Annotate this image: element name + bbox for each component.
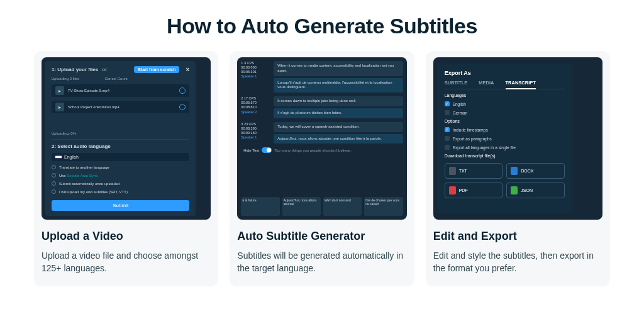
progress-ring-icon — [179, 104, 186, 110]
file-row: ▸ TV Show Episode 5.mp4 — [52, 84, 189, 97]
segment-en[interactable]: Today, we will cover a speech-assisted c… — [274, 122, 402, 132]
cancel-link[interactable]: Cancel Count — [104, 77, 127, 81]
hide-text-toggle[interactable] — [262, 147, 272, 153]
card-generator: 1 3 CPS 00:00:000 00:05:301 Speaker 1 Wh… — [230, 51, 414, 286]
language-value: English — [64, 155, 79, 159]
card-title: Edit and Export — [433, 230, 602, 243]
speaker-label: Speaker 1 — [241, 135, 257, 139]
card-desc: Subtitles will be generated automaticall… — [237, 249, 406, 275]
page-title: How to Auto Generate Subtitles — [0, 0, 644, 51]
upload-step1-label: 1: Upload your files — [52, 67, 98, 72]
export-title: Export As — [445, 70, 565, 76]
seg-index: 2 — [241, 96, 243, 100]
seg-index: 1 — [241, 61, 243, 65]
seg-index: 3 — [241, 122, 243, 126]
flag-icon — [55, 155, 62, 159]
video-thumb-icon: ▸ — [55, 86, 64, 95]
options-label: Options — [445, 119, 565, 123]
timeline[interactable]: à la future. Aujourd'hui, nous allons ab… — [241, 197, 402, 216]
start-scratch-button[interactable]: Start from scratch — [134, 66, 179, 73]
timeline-clip[interactable]: à la future. — [241, 197, 279, 216]
txt-file-icon — [449, 167, 456, 175]
card-desc: Edit and style the subtitles, then expor… — [433, 249, 602, 275]
opt-paragraphs[interactable]: Export as paragraphs — [445, 136, 565, 141]
opt-all-langs[interactable]: Export all languages in a single file — [445, 145, 565, 150]
upload-step2-label: 2: Select audio language — [52, 144, 189, 149]
segment-en[interactable]: When it comes to media content, accessib… — [274, 61, 402, 76]
file-name: School Project.orientation.mp4 — [68, 105, 119, 109]
tab-media[interactable]: MEDIA — [479, 80, 494, 89]
export-mock: Export As SUBTITLE MEDIA TRANSCRIPT Lang… — [433, 57, 602, 220]
card-desc: Upload a video file and choose amongst 1… — [42, 249, 211, 275]
timeline-clip[interactable]: We'll do it now and — [323, 197, 362, 216]
card-export: Export As SUBTITLE MEDIA TRANSCRIPT Lang… — [426, 51, 610, 286]
download-json-button[interactable]: JSON — [506, 183, 565, 198]
download-pdf-button[interactable]: PDF — [445, 183, 503, 198]
segment-en[interactable]: It comes down to multiple jobs being don… — [274, 96, 402, 106]
download-docx-button[interactable]: DOCX — [506, 163, 565, 179]
card-title: Auto Subtitle Generator — [237, 230, 406, 243]
docx-file-icon — [511, 167, 518, 175]
json-file-icon — [511, 186, 518, 194]
download-txt-button[interactable]: TXT — [445, 163, 503, 179]
or-label: or — [102, 67, 107, 72]
uploading-count: Uploading 2 files — [52, 77, 79, 81]
language-select[interactable]: English — [52, 153, 189, 161]
toggle-label: Hide Text — [243, 149, 259, 152]
upload-mock: 1: Upload your files or Start from scrat… — [42, 57, 211, 220]
toggle-hint: Too many things you people shouldn't bel… — [274, 149, 352, 152]
speaker-label: Speaker 2 — [241, 110, 257, 114]
video-thumb-icon: ▸ — [55, 103, 64, 111]
card-upload: 1: Upload your files or Start from scrat… — [34, 51, 218, 286]
file-row: ▸ School Project.orientation.mp4 — [52, 101, 189, 113]
option-translate[interactable]: Translate to another language — [52, 165, 189, 169]
submit-button[interactable]: Submit — [52, 200, 189, 211]
option-autosync[interactable]: Use Subtitle Auto-Sync — [52, 173, 189, 177]
timeline-clip[interactable]: fois de choses que vous ne saviez — [364, 197, 402, 216]
upload-progress: Uploading: 0% — [52, 132, 189, 135]
option-own-subs[interactable]: I will upload my own subtitles (SRT, VTT… — [52, 189, 189, 194]
opt-timestamps[interactable]: Include timestamps — [445, 127, 565, 132]
seg-time: 23 CPS 00:08:290 00:09:160 — [241, 122, 256, 135]
segment-fr[interactable]: Lorsqu'il s'agit de contenu multimédia, … — [274, 78, 402, 93]
speaker-label: Speaker 1 — [241, 74, 257, 78]
lang-english[interactable]: English — [445, 101, 565, 106]
pdf-file-icon — [449, 186, 456, 194]
seg-time: 3 CPS 00:00:000 00:05:301 — [241, 61, 256, 74]
seg-time: 17 CPS 00:05:570 00:08:810 — [241, 96, 256, 109]
lang-german[interactable]: German — [445, 110, 565, 115]
segment-fr[interactable]: Aujourd'hui, nous allons aborder une con… — [274, 134, 402, 144]
option-autosubmit[interactable]: Submit automatically once uploaded — [52, 181, 189, 186]
timeline-clip[interactable]: Aujourd'hui, nous allons aborder — [282, 197, 321, 216]
segment-fr[interactable]: Il s'agit de plusieurs tâches bien faite… — [274, 108, 402, 118]
card-title: Upload a Video — [42, 230, 211, 243]
tab-transcript[interactable]: TRANSCRIPT — [506, 80, 536, 89]
close-icon[interactable]: × — [186, 66, 189, 73]
languages-label: Languages — [445, 93, 565, 98]
download-label: Download transcript file(s) — [445, 154, 565, 158]
tab-subtitle[interactable]: SUBTITLE — [445, 80, 468, 89]
file-name: TV Show Episode 5.mp4 — [68, 89, 109, 93]
progress-ring-icon — [179, 87, 186, 94]
cards-row: 1: Upload your files or Start from scrat… — [0, 51, 644, 286]
transcript-mock: 1 3 CPS 00:00:000 00:05:301 Speaker 1 Wh… — [237, 57, 406, 220]
